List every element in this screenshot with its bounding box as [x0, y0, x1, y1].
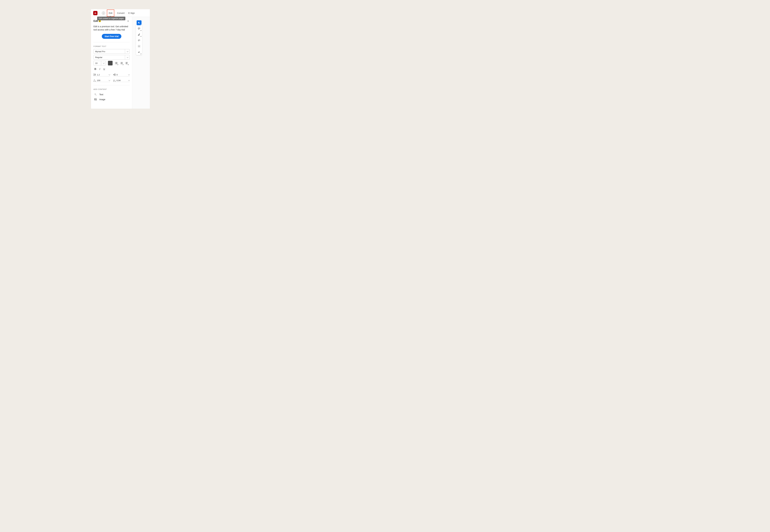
content-row: Edit Edit is a premium tool. Get unlimit… [91, 17, 150, 109]
svg-point-2 [115, 63, 116, 63]
spacing-grid: 1.2 0 T 100 VA 0.04 [93, 73, 130, 85]
line-height-input[interactable]: 1.2 [93, 73, 110, 76]
svg-point-27 [95, 99, 95, 99]
svg-rect-30 [138, 35, 140, 36]
line-height-icon [93, 73, 96, 76]
horizontal-scale-input[interactable]: T 100 [93, 79, 110, 82]
bulleted-list-icon [115, 62, 118, 64]
signature-icon [138, 51, 140, 53]
font-family-select[interactable]: Myriad Pro [93, 49, 130, 54]
acrobat-logo [93, 11, 97, 15]
text-style-row: B I U [93, 67, 130, 73]
tracking-icon: VA [113, 79, 116, 82]
close-icon [127, 20, 129, 22]
svg-text:VA: VA [113, 79, 115, 81]
svg-text:T: T [94, 79, 95, 81]
promo-text: Edit is a premium tool. Get unlimited to… [93, 25, 130, 31]
font-weight-select[interactable]: Regular [93, 55, 130, 60]
add-text-icon: T+ [94, 93, 97, 96]
rail-area-select-tool[interactable]: A [137, 44, 141, 49]
rail-sign-tool[interactable] [137, 50, 141, 54]
paragraph-spacing-icon [113, 73, 116, 76]
svg-rect-20 [114, 75, 115, 75]
font-size-value: 10 [94, 62, 101, 64]
premium-badge-icon [99, 20, 101, 22]
svg-point-4 [115, 64, 116, 64]
lasso-icon [138, 39, 140, 42]
rail-comment-tool[interactable] [137, 26, 141, 31]
top-bar: Edit Convert E-Sign Edit content or orga… [91, 9, 150, 17]
svg-rect-5 [116, 64, 117, 64]
acrobat-icon [94, 12, 97, 14]
svg-rect-9 [121, 63, 123, 63]
format-text-label: FORMAT TEXT [93, 45, 130, 47]
start-trial-button[interactable]: Start free trial [102, 34, 121, 39]
bulleted-list-button[interactable] [115, 62, 118, 65]
svg-text:3: 3 [120, 63, 121, 64]
chevron-down-icon [101, 61, 106, 65]
tab-edit[interactable]: Edit [107, 10, 114, 17]
svg-rect-21 [114, 75, 115, 76]
italic-button[interactable]: I [99, 68, 100, 71]
svg-point-31 [138, 40, 140, 41]
font-size-select[interactable]: 10 [93, 61, 106, 65]
text-color-swatch[interactable] [108, 61, 113, 65]
svg-text:T: T [95, 93, 96, 96]
edit-panel: Edit Edit is a premium tool. Get unlimit… [91, 17, 132, 109]
tab-convert[interactable]: Convert [116, 11, 125, 15]
star-button[interactable] [102, 12, 105, 15]
align-left-icon [125, 62, 128, 64]
horizontal-scale-value: 100 [97, 79, 108, 82]
rail-lasso-tool[interactable] [137, 38, 141, 43]
add-image-label: Image [99, 98, 105, 101]
add-content-label: ADD CONTENT [93, 88, 130, 90]
svg-rect-15 [95, 74, 96, 74]
svg-rect-18 [114, 74, 115, 74]
svg-point-0 [115, 62, 116, 63]
cursor-icon [138, 22, 140, 24]
font-family-value: Myriad Pro [94, 50, 125, 53]
svg-text:A: A [139, 45, 140, 47]
svg-rect-13 [126, 63, 127, 63]
highlighter-icon [138, 33, 140, 36]
tracking-input[interactable]: VA 0.04 [113, 79, 130, 82]
tool-rail: A [136, 20, 142, 55]
paragraph-spacing-input[interactable]: 0 [113, 73, 130, 76]
svg-text:+: + [96, 94, 97, 96]
tracking-value: 0.04 [117, 79, 127, 82]
star-icon [103, 12, 104, 14]
format-row: 10 1 2 3 [93, 61, 130, 65]
add-text-label: Text [99, 93, 103, 96]
svg-rect-11 [121, 64, 123, 64]
svg-text:+: + [96, 99, 97, 101]
tab-esign[interactable]: E-Sign [127, 11, 136, 15]
add-image-button[interactable]: + Image [93, 97, 130, 102]
svg-rect-14 [126, 64, 128, 64]
underline-button[interactable]: U [103, 68, 105, 71]
svg-rect-17 [95, 75, 96, 75]
numbered-list-icon: 1 2 3 [120, 62, 123, 64]
text-align-button[interactable] [125, 62, 128, 65]
rail-highlight-tool[interactable] [137, 32, 141, 37]
tooltip: Edit content or organize pages [97, 17, 125, 20]
bold-button[interactable]: B [94, 68, 96, 71]
area-text-icon: A [138, 45, 140, 48]
chevron-down-icon [125, 55, 129, 59]
close-button[interactable] [127, 20, 130, 22]
comment-icon [138, 27, 140, 30]
line-height-value: 1.2 [97, 74, 108, 76]
chevron-down-icon [125, 49, 129, 54]
rail-select-tool[interactable] [137, 20, 141, 25]
svg-rect-19 [114, 74, 115, 75]
numbered-list-button[interactable]: 1 2 3 [120, 62, 123, 65]
add-text-button[interactable]: T+ Text [93, 92, 130, 97]
horizontal-scale-icon: T [93, 79, 96, 82]
paragraph-spacing-value: 0 [117, 74, 127, 76]
svg-rect-3 [116, 63, 117, 63]
font-weight-value: Regular [94, 56, 125, 58]
add-image-icon: + [94, 98, 97, 101]
right-rail-area: A [132, 17, 150, 109]
app-window: Edit Convert E-Sign Edit content or orga… [91, 9, 150, 109]
